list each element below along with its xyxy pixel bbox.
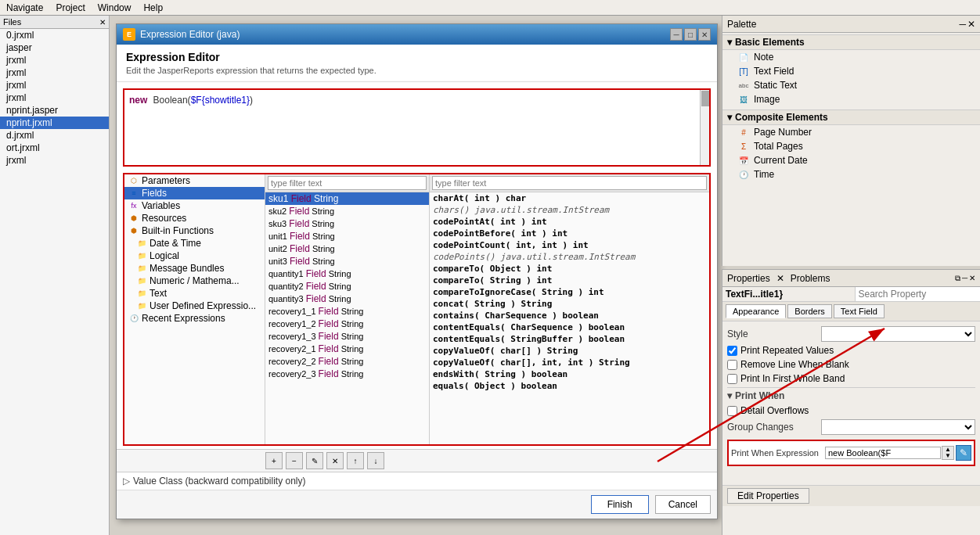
field-item-recovery1_2[interactable]: recovery1_2 Field String [265, 318, 429, 330]
field-item-quantity2[interactable]: quantity2 Field String [265, 280, 429, 293]
spin-down-button[interactable]: ▼ [942, 453, 953, 459]
left-panel-item[interactable]: ort.jrxml [0, 142, 109, 154]
properties-search-input[interactable] [855, 287, 981, 301]
tree-item-variables[interactable]: fx Variables [124, 199, 265, 212]
style-select[interactable] [821, 326, 975, 342]
method-chars[interactable]: chars() java.util.stream.IntStream [430, 204, 709, 216]
palette-item-pagenumber[interactable]: # Page Number [722, 125, 980, 139]
value-class-expand[interactable]: ▷ [123, 476, 130, 487]
palette-item-statictext[interactable]: abc Static Text [722, 78, 980, 92]
field-item-unit1[interactable]: unit1 Field String [265, 230, 429, 242]
left-panel-close[interactable]: ✕ [99, 18, 106, 27]
palette-item-currentdate[interactable]: 📅 Current Date [722, 153, 980, 167]
method-charat[interactable]: charAt( int ) char [430, 192, 709, 204]
tree-item-resources[interactable]: ⬢ Resources [124, 212, 265, 224]
field-item-quantity1[interactable]: quantity1 Field String [265, 268, 429, 280]
method-codepointat[interactable]: codePointAt( int ) int [430, 216, 709, 228]
method-equals[interactable]: equals( Object ) boolean [430, 380, 709, 392]
palette-minimize[interactable]: ─ [959, 19, 966, 30]
detail-overflows-checkbox[interactable] [727, 406, 737, 416]
palette-item-image[interactable]: 🖼 Image [722, 92, 980, 106]
field-item-unit3[interactable]: unit3 Field String [265, 255, 429, 268]
menu-navigate[interactable]: Navigate [6, 2, 43, 13]
field-item-quantity3[interactable]: quantity3 Field String [265, 293, 429, 305]
toolbar-clear-button[interactable]: ✕ [326, 452, 344, 469]
toolbar-edit-button[interactable]: ✎ [306, 452, 323, 469]
menu-project[interactable]: Project [56, 2, 85, 13]
left-panel-item[interactable]: jrxml [0, 66, 109, 79]
cancel-button[interactable]: Cancel [655, 495, 711, 514]
field-item-sku3[interactable]: sku3 Field String [265, 217, 429, 230]
middle-filter-input[interactable] [268, 176, 427, 190]
expression-editor-area[interactable]: new Boolean($F{showtitle1}) [123, 88, 711, 167]
left-panel-item[interactable]: jrxml [0, 154, 109, 167]
dialog-maximize-button[interactable]: □ [684, 28, 697, 41]
field-item-recovery1_3[interactable]: recovery1_3 Field String [265, 330, 429, 343]
dialog-minimize-button[interactable]: ─ [670, 28, 683, 41]
method-codepoints[interactable]: codePoints() java.util.stream.IntStream [430, 251, 709, 263]
tree-item-text[interactable]: 📁 Text [124, 287, 265, 300]
method-copyvalueof-arrints[interactable]: copyValueOf( char[], int, int ) String [430, 357, 709, 368]
method-contentequals-sb[interactable]: contentEquals( StringBuffer ) boolean [430, 333, 709, 345]
tree-item-logical[interactable]: 📁 Logical [124, 250, 265, 262]
dialog-close-button[interactable]: ✕ [698, 28, 711, 41]
toolbar-remove-button[interactable]: − [286, 452, 303, 469]
method-comparetoignorecase[interactable]: compareToIgnoreCase( String ) int [430, 286, 709, 298]
tab-borders[interactable]: Borders [787, 304, 832, 318]
method-compareto-obj[interactable]: compareTo( Object ) int [430, 263, 709, 275]
tab-textfield[interactable]: Text Field [834, 304, 885, 318]
tree-item-recent[interactable]: 🕐 Recent Expressions [124, 312, 265, 325]
tree-item-datetime[interactable]: 📁 Date & Time [124, 237, 265, 250]
tree-item-userdefined[interactable]: 📁 User Defined Expressio... [124, 300, 265, 312]
method-concat[interactable]: concat( String ) String [430, 298, 709, 310]
finish-button[interactable]: Finish [591, 495, 649, 514]
expression-scrollbar[interactable] [700, 90, 709, 165]
palette-item-totalpages[interactable]: Σ Total Pages [722, 139, 980, 153]
menu-window[interactable]: Window [98, 2, 132, 13]
field-item-recovery2_1[interactable]: recovery2_1 Field String [265, 343, 429, 355]
properties-close[interactable]: ✕ [969, 274, 975, 283]
method-codepointbefore[interactable]: codePointBefore( int ) int [430, 228, 709, 239]
left-panel-item[interactable]: jrxml [0, 79, 109, 92]
palette-item-textfield[interactable]: [T] Text Field [722, 64, 980, 78]
left-panel-item[interactable]: nprint.jasper [0, 104, 109, 117]
palette-item-note[interactable]: 📄 Note [722, 50, 980, 64]
field-item-recovery1_1[interactable]: recovery1_1 Field String [265, 305, 429, 318]
field-item-sku1[interactable]: sku1 Field String [265, 192, 429, 205]
remove-line-when-blank-checkbox[interactable] [727, 360, 737, 370]
problems-tab[interactable]: Problems [791, 273, 830, 284]
group-changes-select[interactable] [821, 419, 975, 435]
field-item-unit2[interactable]: unit2 Field String [265, 242, 429, 255]
method-contains[interactable]: contains( CharSequence ) boolean [430, 310, 709, 321]
tree-item-parameters[interactable]: ⬡ Parameters [124, 174, 265, 187]
palette-close[interactable]: ✕ [967, 19, 975, 30]
method-compareto-str[interactable]: compareTo( String ) int [430, 275, 709, 286]
tree-item-messagebundles[interactable]: 📁 Message Bundles [124, 262, 265, 275]
left-panel-item-selected[interactable]: nprint.jrxml [0, 117, 109, 129]
method-endswith[interactable]: endsWith( String ) boolean [430, 368, 709, 380]
print-repeated-values-checkbox[interactable] [727, 346, 737, 356]
left-panel-item[interactable]: jrxml [0, 92, 109, 104]
left-panel-item[interactable]: jrxml [0, 54, 109, 66]
field-item-recovery2_3[interactable]: recovery2_3 Field String [265, 368, 429, 380]
method-contentequals-cs[interactable]: contentEquals( CharSequence ) boolean [430, 321, 709, 333]
properties-newwindow[interactable]: ⧉ [955, 274, 960, 283]
tree-item-builtin[interactable]: ⬢ Built-in Functions [124, 224, 265, 237]
print-when-expression-input[interactable] [825, 447, 941, 459]
left-panel-item[interactable]: jasper [0, 41, 109, 54]
palette-item-time[interactable]: 🕐 Time [722, 167, 980, 181]
properties-minimize[interactable]: ─ [962, 274, 967, 283]
menu-help[interactable]: Help [143, 2, 163, 13]
print-in-first-whole-band-checkbox[interactable] [727, 374, 737, 384]
toolbar-up-button[interactable]: ↑ [347, 452, 364, 469]
left-panel-item[interactable]: d.jrxml [0, 129, 109, 142]
right-filter-input[interactable] [432, 176, 707, 190]
field-item-sku2[interactable]: sku2 Field String [265, 205, 429, 217]
edit-properties-button[interactable]: Edit Properties [727, 488, 809, 504]
field-item-recovery2_2[interactable]: recovery2_2 Field String [265, 355, 429, 368]
toolbar-add-button[interactable]: + [265, 452, 283, 469]
left-panel-item[interactable]: 0.jrxml [0, 29, 109, 41]
method-codepointcount[interactable]: codePointCount( int, int ) int [430, 239, 709, 251]
tab-appearance[interactable]: Appearance [726, 304, 786, 318]
tree-item-fields[interactable]: ≡ Fields [124, 187, 265, 199]
